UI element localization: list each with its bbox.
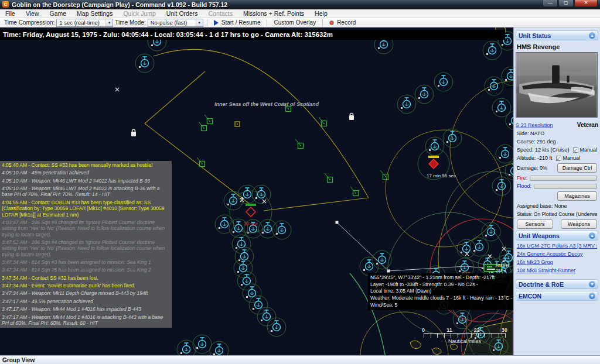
sonobuoy-contact[interactable] — [272, 221, 291, 239]
sonobuoy-contact[interactable] — [210, 341, 229, 355]
sonobuoy-contact[interactable] — [485, 77, 503, 95]
app-icon: C — [2, 1, 9, 8]
reference-point[interactable] — [325, 173, 333, 183]
expand-icon[interactable]: ▼ — [589, 281, 595, 287]
course-waypoint[interactable] — [336, 221, 339, 224]
sonobuoy-contact[interactable] — [215, 215, 234, 233]
log-entry[interactable]: 3:47:17 AM - Weapon: Mk44 Mod 1 #4016 is… — [2, 314, 170, 327]
sonobuoy-contact[interactable] — [257, 307, 276, 326]
unit-class-link[interactable]: S 23 Resolution — [516, 122, 553, 128]
message-log[interactable]: 4:05:40 AM - Contact: SS #33 has been ma… — [0, 161, 172, 328]
unit-status-header[interactable]: Unit Status ▲ — [516, 30, 598, 40]
weapon-link[interactable]: 24x Generic Acoustic Decoy — [517, 251, 597, 257]
sonobuoy-contact[interactable] — [193, 335, 212, 353]
reference-point[interactable] — [197, 157, 205, 167]
menu-item[interactable]: Unit Orders — [161, 9, 203, 18]
reference-point[interactable] — [199, 122, 207, 131]
expand-icon[interactable]: ▼ — [589, 293, 595, 299]
weapon-link[interactable]: 16x UGM-27C Polaris A3 [3 MRV x W58 200.… — [517, 243, 597, 249]
unit-datablock-line: 291 d — [496, 269, 506, 273]
sonobuoy-contact[interactable] — [492, 177, 511, 195]
log-entry[interactable]: 4:05:10 AM - 45% penetration achieved — [2, 170, 170, 176]
log-entry[interactable]: 3:47:34 AM - 814 Sqn #3 has been assigne… — [2, 259, 170, 265]
log-entry[interactable]: 4:05:10 AM - Weapon: Mk46 LWT Mod 2 #402… — [2, 186, 170, 198]
custom-overlay-button[interactable]: Custom Overlay — [271, 19, 319, 26]
toolbar: Time Compression: 1 sec (real-time) ▼ Ti… — [0, 18, 600, 28]
sonobuoy-contact[interactable] — [373, 250, 391, 269]
sonobuoy-contact[interactable] — [249, 296, 268, 314]
damage-ctrl-button[interactable]: Damage Ctrl — [557, 163, 597, 173]
sensors-button[interactable]: Sensors — [517, 219, 553, 229]
collapse-icon[interactable]: ▲ — [589, 32, 595, 39]
menu-item[interactable]: Missions + Ref. Points — [238, 9, 309, 18]
log-entry[interactable]: 3:47:34 AM - Weapon: Mk11 Depth Charge m… — [2, 290, 170, 296]
log-entry[interactable]: 3:47:17 AM - 49.5% penetration achieved — [2, 298, 170, 304]
menu-item[interactable]: Quick Jump — [118, 9, 161, 18]
sonobuoy-contact[interactable] — [506, 111, 513, 130]
sonobuoy-contact[interactable] — [483, 41, 502, 60]
log-entry[interactable]: 4:04:55 AM - Contact: GOBLIN #33 has bee… — [2, 200, 170, 218]
sonobuoy-contact[interactable] — [252, 185, 271, 204]
collapse-icon[interactable]: ▲ — [589, 232, 595, 239]
sonobuoy-contact[interactable] — [434, 73, 453, 91]
sonar-fan-arc — [145, 71, 205, 123]
reference-point[interactable] — [235, 122, 240, 126]
time-mode-select[interactable]: No-pulse (fast) ▼ — [148, 19, 203, 27]
sonobuoy-contact[interactable] — [496, 145, 513, 163]
svg-text:17 min 56 sec: 17 min 56 sec — [427, 173, 456, 178]
reference-point[interactable] — [350, 187, 359, 196]
datum-cross — [262, 200, 266, 203]
doctrine-roe-header[interactable]: Doctrine & RoE ▼ — [516, 279, 598, 289]
record-button[interactable]: Record — [326, 19, 359, 26]
sonobuoy-contact[interactable] — [237, 272, 256, 290]
sonobuoy-contact[interactable] — [502, 67, 513, 85]
sonobuoy-contact[interactable] — [457, 239, 476, 258]
sonobuoy-contact[interactable] — [425, 137, 444, 156]
weapons-button[interactable]: Weapons — [561, 219, 597, 229]
hostile-contact[interactable]: 30 sec — [230, 191, 272, 233]
menu-item[interactable]: Game — [45, 9, 72, 18]
magazines-button[interactable]: Magazines — [557, 191, 597, 201]
course-waypoint[interactable] — [387, 270, 390, 273]
sonobuoy-contact[interactable] — [238, 185, 257, 204]
sonobuoy-contact[interactable] — [415, 85, 434, 104]
chevron-down-icon: ▼ — [196, 19, 203, 26]
sonobuoy-contact[interactable] — [470, 238, 489, 256]
time-compression-select[interactable]: 1 sec (real-time) ▼ — [56, 19, 113, 27]
altitude-manual-checkbox[interactable]: ✓ — [556, 156, 561, 161]
sonobuoy-contact[interactable] — [234, 259, 253, 277]
sonobuoy-contact[interactable] — [453, 310, 472, 329]
reference-point[interactable] — [204, 115, 213, 124]
sonobuoy-contact[interactable] — [482, 222, 500, 241]
emcon-header[interactable]: EMCON ▼ — [516, 291, 598, 301]
log-entry[interactable]: 4:05:10 AM - Weapon: Mk46 LWT Mod 2 #402… — [2, 178, 170, 184]
menu-item[interactable]: Contacts — [203, 9, 238, 18]
sonobuoy-contact[interactable] — [267, 318, 286, 336]
log-entry[interactable]: 4:05:40 AM - Contact: SS #33 has been ma… — [2, 162, 170, 168]
menu-item[interactable]: View — [21, 9, 45, 18]
log-entry[interactable]: 4:03:47 AM - 206 Sqn #5 changed its 'Ign… — [2, 219, 170, 238]
start-resume-button[interactable]: Start / Resume — [211, 19, 264, 26]
log-entry[interactable]: 3:47:34 AM - 814 Sqn #5 has been assigne… — [2, 267, 170, 273]
menu-item[interactable]: Help — [309, 9, 333, 18]
reference-point[interactable] — [295, 139, 304, 149]
sonobuoy-contact[interactable] — [232, 235, 251, 253]
nav-marker-icon — [131, 129, 136, 136]
sonobuoy-contact[interactable] — [443, 129, 462, 147]
close-button[interactable]: ✕ — [574, 0, 598, 7]
log-entry[interactable]: 3:47:17 AM - Weapon: Mk44 Mod 1 #4016 ha… — [2, 306, 170, 312]
minimize-button[interactable]: — — [543, 0, 558, 7]
speed-manual-checkbox[interactable]: ✓ — [573, 147, 578, 153]
menu-item[interactable]: File — [0, 9, 21, 18]
weapon-link[interactable]: 10x Mk8 Straight-Runner — [517, 267, 597, 273]
weapon-link[interactable]: 16x Mk23 Grog — [517, 259, 597, 265]
maximize-button[interactable]: ▢ — [558, 0, 574, 7]
sonobuoy-contact[interactable] — [397, 95, 416, 114]
menu-item[interactable]: Map Settings — [71, 9, 118, 18]
log-entry[interactable]: 3:47:34 AM - Contact SS #32 has been los… — [2, 275, 170, 281]
unit-weapons-header[interactable]: Unit Weapons ▲ — [516, 231, 598, 241]
sonobuoy-contact[interactable] — [135, 54, 154, 73]
log-entry[interactable]: 3:47:34 AM - Event: 'Soviet Submarine Su… — [2, 283, 170, 289]
log-entry[interactable]: 3:47:52 AM - 206 Sqn #4 changed its 'Ign… — [2, 239, 170, 257]
status-row: Status: On Plotted Course (Underway) — [517, 211, 597, 217]
